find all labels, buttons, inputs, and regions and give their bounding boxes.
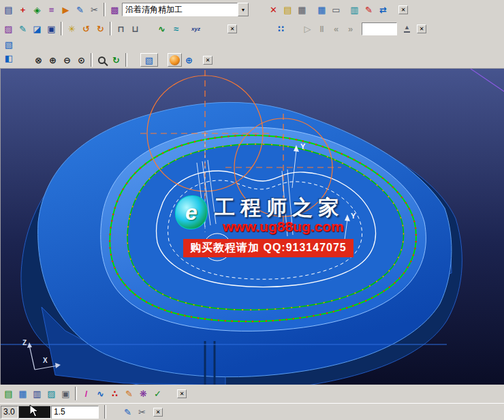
magnifier-glyph — [98, 56, 106, 64]
toolbar-separator — [61, 22, 63, 35]
watermark-logo-letter: e — [185, 200, 198, 225]
toolbar-separator — [104, 405, 106, 419]
zoom-fit-icon[interactable]: ⊗ — [31, 53, 46, 67]
eject-glyph: ▲ — [404, 25, 410, 33]
cut-object-icon[interactable]: ✂ — [87, 3, 101, 16]
tracking-bar: ✎ ✂ ✕ — [0, 403, 504, 420]
view-cube-column: ▧ ◧ — [1, 37, 16, 67]
display-mode-icon[interactable]: ◪ — [30, 22, 44, 35]
operation-type-icon[interactable]: ▩ — [108, 3, 122, 16]
toolpath-display-icon[interactable]: / — [79, 387, 93, 400]
calculator-icon[interactable]: ▦ — [295, 3, 309, 16]
create-geometry-icon[interactable]: ◈ — [30, 3, 44, 16]
zoom-out-icon[interactable]: ⊖ — [60, 53, 74, 67]
toolbar-separator — [91, 53, 93, 67]
point-set-icon[interactable]: ∴ — [108, 387, 122, 400]
copy-icon[interactable]: ▣ — [59, 387, 73, 400]
toolbar-separator — [75, 387, 77, 400]
standard-toolbar: ▨ ✎ ◪ ▣ ✳ ↺ ↻ ⊓ ⊔ ∿ ≈ xyz ✕ — [1, 21, 237, 36]
delete-toolpath-icon[interactable]: ✕ — [266, 3, 281, 16]
depth-value-field[interactable] — [1, 406, 18, 419]
xyz-coordinates-icon[interactable]: xyz — [189, 22, 203, 35]
program-order-view-icon[interactable]: ▤ — [1, 387, 16, 400]
go-to-start-icon[interactable]: « — [329, 22, 343, 35]
x-axis-label: X — [43, 357, 48, 364]
grid-display-icon[interactable]: ▦ — [315, 3, 329, 16]
swap-view-icon[interactable]: ⇄ — [376, 3, 390, 16]
standard-toolbar-close-button[interactable]: ✕ — [227, 25, 237, 33]
mouse-cursor — [29, 404, 40, 420]
watermark-url: www.ug88ug.com — [223, 219, 344, 235]
create-operation-icon[interactable]: ▶ — [59, 3, 73, 16]
create-method-icon[interactable]: ≡ — [44, 3, 59, 16]
style-icon[interactable]: ▨ — [1, 22, 16, 35]
view-toolbar-close-button[interactable]: ✕ — [203, 56, 212, 65]
machining-method-view-icon[interactable]: ▨ — [44, 387, 59, 400]
update-view-icon[interactable]: ↻ — [93, 22, 108, 35]
edit-display-icon[interactable]: ✎ — [122, 387, 136, 400]
spline-icon[interactable]: ∿ — [155, 22, 169, 35]
magnifier-icon[interactable] — [95, 53, 109, 67]
cam-create-toolbar: ▤ + ◈ ≡ ▶ ✎ ✂ ▩ 沿着清角精加工 ▼ ✕ ▤ ▦ ▦ ▭ ▥ ✎ … — [1, 2, 408, 17]
annotation-icon[interactable]: ✎ — [362, 3, 376, 16]
regenerate-icon[interactable]: ↻ — [109, 53, 123, 67]
curve-display-icon[interactable]: ∿ — [93, 387, 108, 400]
watermark-logo: e — [175, 195, 208, 229]
trimetric-view-icon[interactable]: ◧ — [2, 51, 16, 65]
combobox-arrow-icon[interactable]: ▼ — [238, 3, 249, 16]
globe-icon[interactable]: ⊕ — [182, 53, 196, 67]
play-toolpath-icon[interactable]: ▷ — [300, 22, 315, 35]
render-sphere-icon[interactable] — [168, 53, 182, 67]
eject-icon[interactable]: ▲ — [400, 22, 414, 35]
refresh-view-icon[interactable]: ↺ — [79, 22, 93, 35]
view-toolbar: ⊗ ⊕ ⊖ ⊙ ↻ ▧ ⊕ ✕ — [31, 52, 212, 67]
graphics-viewport[interactable]: Y Y Z X e 工程师之家 www.ug88ug.com 购买教程请加 QQ… — [0, 68, 504, 385]
operation-navigator-toolbar: ▤ ▦ ▥ ▨ ▣ / ∿ ∴ ✎ ❋ ✓ ✕ — [1, 386, 187, 401]
chart-icon[interactable]: ▥ — [347, 3, 362, 16]
geometry-view-icon[interactable]: ▥ — [30, 387, 44, 400]
pause-toolpath-icon[interactable]: ‖ — [315, 22, 329, 35]
toolbar-separator — [104, 3, 106, 16]
create-toolbar-close-button[interactable]: ✕ — [398, 5, 408, 14]
confirm-icon[interactable]: ✓ — [151, 387, 165, 400]
playback-value-field[interactable] — [362, 22, 397, 35]
fixture-open-icon[interactable]: ⊓ — [114, 22, 128, 35]
smooth-curve-icon[interactable]: ≈ — [169, 22, 183, 35]
shaded-view-icon[interactable]: ▧ — [140, 53, 158, 67]
z-axis-label: Z — [22, 339, 27, 346]
sketch-icon[interactable]: ✎ — [16, 22, 30, 35]
y-axis-label-2: Y — [351, 212, 356, 220]
save-icon[interactable]: ▣ — [44, 22, 59, 35]
create-tool-icon[interactable]: + — [16, 3, 30, 16]
keyboard-icon[interactable]: ▭ — [329, 3, 343, 16]
y-axis-label-1: Y — [300, 142, 306, 150]
toolbar-separator — [125, 53, 127, 67]
tracking-bar-close-button[interactable]: ✕ — [153, 408, 163, 417]
point-grid-icon[interactable]: ∷ — [274, 22, 288, 35]
operation-combobox-value: 沿着清角精加工 — [125, 4, 183, 16]
playback-toolbar-close-button[interactable]: ✕ — [417, 25, 426, 33]
zoom-in-icon[interactable]: ⊕ — [46, 53, 60, 67]
watermark-banner: 购买教程请加 QQ:913147075 — [183, 239, 353, 257]
edit-object-icon[interactable]: ✎ — [73, 3, 87, 16]
operation-list-icon[interactable]: ▤ — [281, 3, 295, 16]
brush-edit-icon[interactable]: ✎ — [121, 405, 135, 419]
operation-combobox[interactable]: 沿着清角精加工 — [122, 3, 238, 16]
palette-icon[interactable]: ❋ — [136, 387, 151, 400]
playback-toolbar: ∷ ▷ ‖ « » ▲ ✕ — [274, 21, 426, 36]
machine-tool-view-icon[interactable]: ▦ — [16, 387, 30, 400]
trim-toolpath-icon[interactable]: ✂ — [135, 405, 149, 419]
fixture-close-icon[interactable]: ⊔ — [128, 22, 142, 35]
create-program-icon[interactable]: ▤ — [1, 3, 16, 16]
tolerance-value-field[interactable] — [51, 406, 99, 419]
navigator-toolbar-close-button[interactable]: ✕ — [177, 389, 187, 398]
toolbar-separator — [110, 22, 112, 35]
zoom-target-icon[interactable]: ⊙ — [74, 53, 89, 67]
pan-hand-icon[interactable]: ✳ — [65, 22, 79, 35]
watermark-brand: 工程师之家 — [215, 194, 344, 222]
sphere-glyph — [170, 55, 180, 65]
isometric-view-icon[interactable]: ▧ — [2, 37, 16, 51]
go-to-end-icon[interactable]: » — [343, 22, 358, 35]
